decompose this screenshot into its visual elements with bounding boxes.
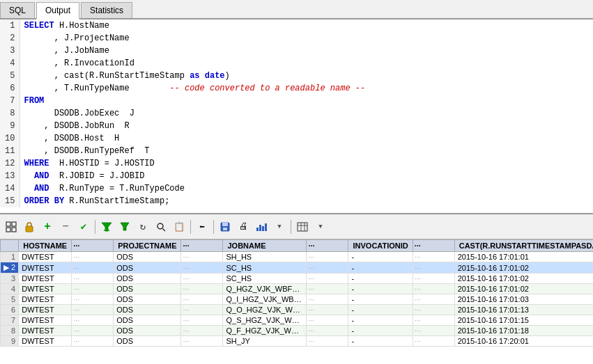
table-row[interactable]: ▶ 2 DWTEST ··· ODS ··· SC_HS ··· - ··· 2… [1, 262, 594, 274]
cell-jobname-ellipsis[interactable]: ··· [307, 315, 348, 326]
cell-invocationid-ellipsis[interactable]: ··· [413, 305, 454, 315]
col-projectname[interactable]: PROJECTNAME [114, 240, 181, 252]
table-row[interactable]: 7 DWTEST ··· ODS ··· Q_S_HGZ_VJK_WBFK_GZ… [1, 315, 594, 326]
cell-jobname-ellipsis[interactable]: ··· [307, 305, 348, 315]
cell-projectname-ellipsis[interactable]: ··· [181, 326, 223, 336]
cell-invocationid: - [348, 294, 413, 305]
arrow-left-btn[interactable]: ⬅ [194, 219, 210, 235]
cell-invocationid: - [348, 315, 413, 326]
results-header-row: HOSTNAME ··· PROJECTNAME ··· JOBNAME ···… [1, 240, 594, 252]
cell-invocationid-ellipsis[interactable]: ··· [413, 252, 454, 262]
chart-dropdown-btn[interactable]: ▼ [271, 219, 288, 235]
cell-hostname-ellipsis[interactable]: ··· [72, 284, 114, 294]
cell-jobname-ellipsis[interactable]: ··· [307, 262, 348, 274]
cell-projectname-ellipsis[interactable]: ··· [181, 315, 223, 326]
row-number: 3 [1, 274, 19, 284]
grid-icon [6, 221, 17, 232]
cell-jobname-ellipsis[interactable]: ··· [307, 284, 348, 294]
cell-projectname-ellipsis[interactable]: ··· [181, 284, 223, 294]
table-row[interactable]: 3 DWTEST ··· ODS ··· SC_HS ··· - ··· 201… [1, 274, 594, 284]
table-btn[interactable] [294, 219, 311, 235]
grid-icon-btn[interactable] [3, 219, 20, 235]
col-projectname-ellipsis[interactable]: ··· [181, 240, 223, 252]
lock-btn[interactable] [21, 219, 38, 235]
cell-hostname: DWTEST [19, 274, 72, 284]
cell-jobname: Q_I_HGZ_VJK_WBFK_GZB [223, 294, 307, 305]
cell-jobname-ellipsis[interactable]: ··· [307, 274, 348, 284]
table-row[interactable]: 6 DWTEST ··· ODS ··· Q_O_HGZ_VJK_WBFK_GZ… [1, 305, 594, 315]
cell-invocationid-ellipsis[interactable]: ··· [413, 326, 454, 336]
print-btn[interactable]: 🖨 [235, 219, 252, 235]
editor-line-1: 1SELECT H.HostName [0, 19, 593, 32]
results-grid[interactable]: HOSTNAME ··· PROJECTNAME ··· JOBNAME ···… [0, 239, 593, 364]
chart-btn[interactable] [253, 219, 270, 235]
cell-hostname-ellipsis[interactable]: ··· [72, 326, 114, 336]
cell-jobname-ellipsis[interactable]: ··· [307, 252, 348, 262]
line-number: 10 [0, 132, 20, 145]
editor-line-5: 5 , cast(R.RunStartTimeStamp as date) [0, 70, 593, 82]
svg-rect-3 [12, 228, 16, 232]
table-row[interactable]: 5 DWTEST ··· ODS ··· Q_I_HGZ_VJK_WBFK_GZ… [1, 294, 594, 305]
tab-statistics[interactable]: Statistics [81, 2, 132, 18]
tab-output[interactable]: Output [36, 2, 79, 19]
cell-projectname-ellipsis[interactable]: ··· [181, 305, 223, 315]
table-row[interactable]: 9 DWTEST ··· ODS ··· SH_JY ··· - ··· 201… [1, 336, 594, 347]
table-dropdown-btn[interactable]: ▼ [312, 219, 329, 235]
cell-hostname-ellipsis[interactable]: ··· [72, 305, 114, 315]
refresh-btn[interactable]: ↻ [134, 219, 151, 235]
cell-projectname-ellipsis[interactable]: ··· [181, 336, 223, 347]
code-content: , T.RunTypeName -- code converted to a r… [20, 82, 593, 95]
cell-invocationid-ellipsis[interactable]: ··· [413, 315, 454, 326]
cell-projectname-ellipsis[interactable]: ··· [181, 262, 223, 274]
cell-hostname-ellipsis[interactable]: ··· [72, 336, 114, 347]
table-row[interactable]: 1 DWTEST ··· ODS ··· SH_HS ··· - ··· 201… [1, 252, 594, 262]
code-content: , DSODB.RunTypeRef T [20, 145, 593, 157]
cell-jobname-ellipsis[interactable]: ··· [307, 294, 348, 305]
cell-invocationid-ellipsis[interactable]: ··· [413, 284, 454, 294]
code-table: 1SELECT H.HostName2 , J.ProjectName3 , J… [0, 19, 593, 207]
cell-hostname-ellipsis[interactable]: ··· [72, 315, 114, 326]
cell-hostname-ellipsis[interactable]: ··· [72, 262, 114, 274]
cell-hostname-ellipsis[interactable]: ··· [72, 274, 114, 284]
cell-invocationid-ellipsis[interactable]: ··· [413, 294, 454, 305]
cell-jobname-ellipsis[interactable]: ··· [307, 326, 348, 336]
cell-hostname: DWTEST [19, 315, 72, 326]
editor-line-13: 13 AND R.JOBID = J.JOBID [0, 170, 593, 182]
table-row[interactable]: 8 DWTEST ··· ODS ··· Q_F_HGZ_VJK_WBFK_GZ… [1, 326, 594, 336]
sep1 [95, 220, 95, 234]
code-content: , DSODB.Host H [20, 132, 593, 145]
cell-invocationid-ellipsis[interactable]: ··· [413, 262, 454, 274]
col-jobname[interactable]: JOBNAME [223, 240, 307, 252]
editor-line-9: 9 , DSODB.JobRun R [0, 120, 593, 132]
col-invocationid[interactable]: INVOCATIONID [348, 240, 413, 252]
code-content: , J.JobName [20, 45, 593, 57]
save-btn[interactable] [217, 219, 233, 235]
check-btn[interactable]: ✔ [75, 219, 92, 235]
col-invocationid-ellipsis[interactable]: ··· [413, 240, 454, 252]
col-castdate[interactable]: CAST(R.RUNSTARTTIMESTAMPASDATE [454, 240, 593, 252]
cell-projectname-ellipsis[interactable]: ··· [181, 274, 223, 284]
cell-projectname-ellipsis[interactable]: ··· [181, 252, 223, 262]
cell-invocationid-ellipsis[interactable]: ··· [413, 336, 454, 347]
col-hostname-ellipsis[interactable]: ··· [72, 240, 114, 252]
tab-sql[interactable]: SQL [0, 2, 35, 18]
cell-hostname-ellipsis[interactable]: ··· [72, 294, 114, 305]
col-hostname[interactable]: HOSTNAME [19, 240, 72, 252]
remove-btn[interactable]: − [57, 219, 74, 235]
col-jobname-ellipsis[interactable]: ··· [307, 240, 348, 252]
code-content: ORDER BY R.RunStartTimeStamp; [20, 195, 593, 207]
cell-jobname-ellipsis[interactable]: ··· [307, 336, 348, 347]
results-table: HOSTNAME ··· PROJECTNAME ··· JOBNAME ···… [0, 239, 593, 347]
cell-invocationid-ellipsis[interactable]: ··· [413, 274, 454, 284]
cell-hostname-ellipsis[interactable]: ··· [72, 252, 114, 262]
table-row[interactable]: 4 DWTEST ··· ODS ··· Q_HGZ_VJK_WBFK_GZB … [1, 284, 594, 294]
editor-line-7: 7FROM [0, 95, 593, 107]
cell-projectname-ellipsis[interactable]: ··· [181, 294, 223, 305]
clipboard-btn[interactable]: 📋 [171, 219, 187, 235]
add-btn[interactable]: + [39, 219, 56, 235]
filter-all-btn[interactable] [98, 219, 115, 235]
cell-projectname: ODS [114, 252, 181, 262]
code-content: FROM [20, 95, 593, 107]
filter-btn[interactable] [116, 219, 133, 235]
search-btn[interactable] [153, 219, 169, 235]
